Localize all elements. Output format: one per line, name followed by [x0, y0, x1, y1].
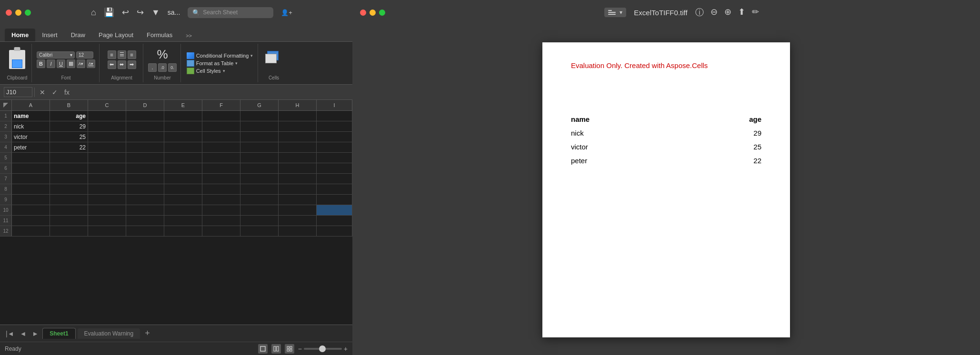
cell-f11[interactable] — [202, 216, 240, 226]
cell-b1[interactable]: age — [50, 111, 88, 121]
sheet-nav-prev[interactable]: ◄ — [18, 329, 29, 338]
cell-d2[interactable] — [126, 121, 164, 131]
cell-b4[interactable]: 22 — [50, 142, 88, 152]
cell-d12[interactable] — [126, 226, 164, 236]
cell-e1[interactable] — [164, 111, 202, 121]
cell-h2[interactable] — [279, 121, 317, 131]
edit-viewer-icon[interactable]: ✏ — [752, 7, 759, 18]
cell-d10[interactable] — [126, 205, 164, 215]
cell-i6[interactable] — [317, 163, 352, 173]
cell-g11[interactable] — [240, 216, 279, 226]
tab-more[interactable]: >> — [179, 30, 199, 41]
cancel-formula-button[interactable]: ✕ — [38, 89, 47, 96]
cell-g5[interactable] — [240, 153, 279, 163]
cell-i3[interactable] — [317, 132, 352, 142]
tab-page-layout[interactable]: Page Layout — [92, 29, 140, 41]
cell-i8[interactable] — [317, 184, 352, 194]
cell-g6[interactable] — [240, 163, 279, 173]
cell-e12[interactable] — [164, 226, 202, 236]
page-break-view-button[interactable] — [285, 344, 294, 354]
cell-h8[interactable] — [279, 184, 317, 194]
cell-i12[interactable] — [317, 226, 352, 236]
bold-button[interactable]: B — [37, 59, 45, 68]
cell-g2[interactable] — [240, 121, 279, 131]
cell-c8[interactable] — [88, 184, 126, 194]
viewer-minimize-button[interactable] — [370, 10, 376, 16]
viewer-maximize-button[interactable] — [379, 10, 385, 16]
font-color-button[interactable]: A▾ — [87, 59, 95, 68]
cell-b12[interactable] — [50, 226, 88, 236]
redo-icon[interactable]: ↪ — [137, 7, 144, 18]
formula-input[interactable] — [74, 89, 349, 96]
italic-button[interactable]: I — [47, 59, 55, 68]
close-button[interactable] — [6, 10, 12, 16]
align-top-left-button[interactable]: ≡ — [108, 50, 116, 59]
cell-f2[interactable] — [202, 121, 240, 131]
cell-b9[interactable] — [50, 195, 88, 205]
cell-g3[interactable] — [240, 132, 279, 142]
cell-g9[interactable] — [240, 195, 279, 205]
cell-f9[interactable] — [202, 195, 240, 205]
col-header-b[interactable]: B — [50, 100, 88, 110]
cell-g7[interactable] — [240, 174, 279, 184]
cell-a5[interactable] — [12, 153, 50, 163]
increase-decimal-button[interactable]: .0 — [158, 63, 167, 72]
cell-b7[interactable] — [50, 174, 88, 184]
cell-d7[interactable] — [126, 174, 164, 184]
cell-e7[interactable] — [164, 174, 202, 184]
tab-draw[interactable]: Draw — [64, 29, 92, 41]
share-icon[interactable]: 👤+ — [281, 9, 292, 16]
cell-a1[interactable]: name — [12, 111, 50, 121]
align-left-button[interactable]: ⬅ — [108, 60, 116, 69]
cell-i1[interactable] — [317, 111, 352, 121]
cell-a8[interactable] — [12, 184, 50, 194]
cell-styles-button[interactable]: Cell Styles ▾ — [187, 68, 225, 74]
cell-g12[interactable] — [240, 226, 279, 236]
align-center-button[interactable]: ⬌ — [118, 60, 126, 69]
cell-c6[interactable] — [88, 163, 126, 173]
underline-button[interactable]: U — [57, 59, 65, 68]
share-viewer-icon[interactable]: ⬆ — [738, 7, 745, 18]
col-header-f[interactable]: F — [202, 100, 240, 110]
cell-h10[interactable] — [279, 205, 317, 215]
cell-e6[interactable] — [164, 163, 202, 173]
cell-f1[interactable] — [202, 111, 240, 121]
cell-e2[interactable] — [164, 121, 202, 131]
select-all-icon[interactable] — [3, 103, 8, 108]
zoom-thumb[interactable] — [319, 345, 326, 352]
cell-c2[interactable] — [88, 121, 126, 131]
cell-g8[interactable] — [240, 184, 279, 194]
cell-i4[interactable] — [317, 142, 352, 152]
cell-g10[interactable] — [240, 205, 279, 215]
sheet-tab-sheet1[interactable]: Sheet1 — [42, 328, 75, 339]
cell-d5[interactable] — [126, 153, 164, 163]
cell-i7[interactable] — [317, 174, 352, 184]
undo-icon[interactable]: ↩ — [122, 7, 129, 18]
border-button[interactable]: ▦ — [67, 59, 75, 68]
cell-c12[interactable] — [88, 226, 126, 236]
format-as-table-button[interactable]: Format as Table ▾ — [187, 60, 238, 67]
cell-a11[interactable] — [12, 216, 50, 226]
col-header-d[interactable]: D — [126, 100, 164, 110]
col-header-e[interactable]: E — [164, 100, 202, 110]
cell-d8[interactable] — [126, 184, 164, 194]
save-icon[interactable]: 💾 — [104, 7, 114, 18]
cell-b6[interactable] — [50, 163, 88, 173]
info-icon[interactable]: ⓘ — [695, 7, 704, 18]
cell-c5[interactable] — [88, 153, 126, 163]
cell-f10[interactable] — [202, 205, 240, 215]
quick-access-icon[interactable]: ▼ — [151, 8, 160, 18]
insert-function-button[interactable]: fx — [62, 89, 71, 96]
normal-view-button[interactable] — [258, 344, 268, 354]
sheet-nav-next[interactable]: ► — [30, 329, 40, 338]
minimize-button[interactable] — [15, 10, 21, 16]
cell-reference[interactable]: J10 — [4, 87, 32, 97]
col-header-i[interactable]: I — [317, 100, 352, 110]
cell-c9[interactable] — [88, 195, 126, 205]
cell-a10[interactable] — [12, 205, 50, 215]
align-top-right-button[interactable]: ≡ — [128, 50, 136, 59]
font-size-input[interactable]: 12 — [76, 51, 93, 59]
sheet-nav-first[interactable]: |◄ — [4, 329, 16, 338]
cell-h1[interactable] — [279, 111, 317, 121]
cell-c7[interactable] — [88, 174, 126, 184]
